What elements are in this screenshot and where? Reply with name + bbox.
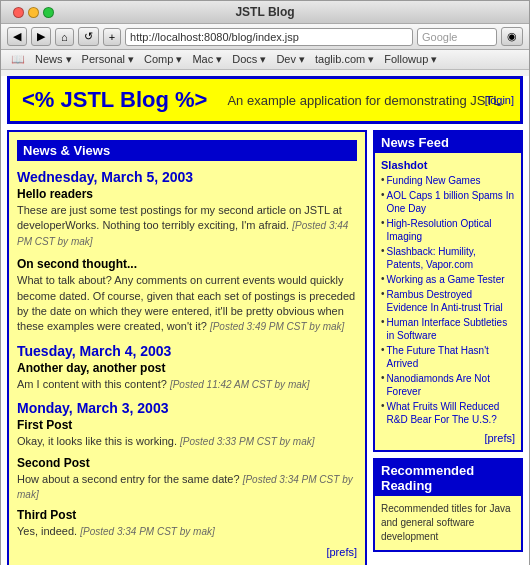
post-meta-2: [Posted 3:49 PM CST by mak] — [210, 321, 345, 332]
post-title-2: On second thought... — [17, 257, 357, 271]
post-body-3: Am I content with this content? [Posted … — [17, 377, 357, 392]
minimize-button[interactable] — [28, 7, 39, 18]
address-bar[interactable]: http://localhost:8080/blog/index.jsp — [125, 28, 413, 46]
window-title: JSTL Blog — [235, 5, 294, 19]
post-body-6: Yes, indeed. [Posted 3:34 PM CST by mak] — [17, 524, 357, 539]
back-button[interactable]: ◀ — [7, 27, 27, 46]
close-button[interactable] — [13, 7, 24, 18]
post-title-4: First Post — [17, 418, 357, 432]
bookmark-mac[interactable]: Mac ▾ — [188, 52, 226, 67]
feed-item-8: •Nanodiamonds Are Not Forever — [381, 372, 515, 398]
bookmark-followup[interactable]: Followup ▾ — [380, 52, 441, 67]
refresh-button[interactable]: ↺ — [78, 27, 99, 46]
post-body-5: How about a second entry for the same da… — [17, 472, 357, 503]
post-title-5: Second Post — [17, 456, 357, 470]
login-link[interactable]: [login] — [485, 94, 514, 106]
bookmark-dev[interactable]: Dev ▾ — [272, 52, 309, 67]
bookmark-personal[interactable]: Personal ▾ — [78, 52, 138, 67]
add-button[interactable]: + — [103, 28, 121, 46]
news-views-title: News & Views — [17, 140, 357, 161]
post-title-6: Third Post — [17, 508, 357, 522]
bookmark-item-books[interactable]: 📖 — [7, 52, 29, 67]
post-body-1: These are just some test postings for my… — [17, 203, 357, 249]
feed-item-6: •Human Interface Subtleties in Software — [381, 316, 515, 342]
post-body-2: What to talk about? Any comments on curr… — [17, 273, 357, 335]
home-button[interactable]: ⌂ — [55, 28, 74, 46]
feed-item-2: •High-Resolution Optical Imaging — [381, 217, 515, 243]
recommended-title: Recommended Reading — [375, 460, 521, 496]
main-layout: News & Views Wednesday, March 5, 2003 He… — [7, 130, 523, 565]
post-meta-3: [Posted 11:42 AM CST by mak] — [170, 379, 310, 390]
post-meta-6: [Posted 3:34 PM CST by mak] — [80, 526, 215, 537]
browser-window: JSTL Blog ◀ ▶ ⌂ ↺ + http://localhost:808… — [0, 0, 530, 565]
post-title-1: Hello readers — [17, 187, 357, 201]
feed-item-3: •Slashback: Humility, Patents, Vapor.com — [381, 245, 515, 271]
post-body-4: Okay, it looks like this is working. [Po… — [17, 434, 357, 449]
news-feed-prefs[interactable]: [prefs] — [381, 432, 515, 444]
feed-item-7: •The Future That Hasn't Arrived — [381, 344, 515, 370]
post-meta-4: [Posted 3:33 PM CST by mak] — [180, 436, 315, 447]
address-text: http://localhost:8080/blog/index.jsp — [130, 31, 299, 43]
bookmark-taglib[interactable]: taglib.com ▾ — [311, 52, 378, 67]
page-content: [login] <% JSTL Blog %> An example appli… — [1, 76, 529, 565]
news-feed-box: News Feed Slashdot •Funding New Games •A… — [373, 130, 523, 452]
blog-subtitle: An example application for demonstrating… — [227, 93, 504, 108]
post-date-1: Wednesday, March 5, 2003 — [17, 169, 357, 185]
post-title-3: Another day, another post — [17, 361, 357, 375]
feed-item-4: •Working as a Game Tester — [381, 273, 515, 286]
search-bar[interactable]: Google — [417, 28, 497, 46]
feed-item-9: •What Fruits Will Reduced R&D Bear For T… — [381, 400, 515, 426]
post-date-4: Monday, March 3, 2003 — [17, 400, 357, 416]
window-buttons — [13, 7, 54, 18]
feed-item-5: •Rambus Destroyed Evidence In Anti-trust… — [381, 288, 515, 314]
feed-source[interactable]: Slashdot — [381, 159, 515, 171]
right-column: News Feed Slashdot •Funding New Games •A… — [373, 130, 523, 565]
feed-item-1: •AOL Caps 1 billion Spams In One Day — [381, 189, 515, 215]
news-feed-title: News Feed — [375, 132, 521, 153]
maximize-button[interactable] — [43, 7, 54, 18]
toolbar: ◀ ▶ ⌂ ↺ + http://localhost:8080/blog/ind… — [1, 24, 529, 50]
search-label: Google — [422, 31, 457, 43]
recommended-box: Recommended Reading Recommended titles f… — [373, 458, 523, 552]
forward-button[interactable]: ▶ — [31, 27, 51, 46]
page-header: [login] <% JSTL Blog %> An example appli… — [7, 76, 523, 124]
news-views-section: News & Views Wednesday, March 5, 2003 He… — [7, 130, 367, 565]
recommended-text: Recommended titles for Java and general … — [381, 502, 515, 544]
bookmark-comp[interactable]: Comp ▾ — [140, 52, 186, 67]
title-bar: JSTL Blog — [1, 1, 529, 24]
blog-title: <% JSTL Blog %> — [22, 87, 207, 113]
bookmark-docs[interactable]: Docs ▾ — [228, 52, 270, 67]
feed-item-0: •Funding New Games — [381, 174, 515, 187]
post-date-3: Tuesday, March 4, 2003 — [17, 343, 357, 359]
bookmarks-bar: 📖 News ▾ Personal ▾ Comp ▾ Mac ▾ Docs ▾ … — [1, 50, 529, 70]
browser-action-button[interactable]: ◉ — [501, 27, 523, 46]
prefs-link[interactable]: [prefs] — [17, 546, 357, 558]
bookmark-news[interactable]: News ▾ — [31, 52, 76, 67]
